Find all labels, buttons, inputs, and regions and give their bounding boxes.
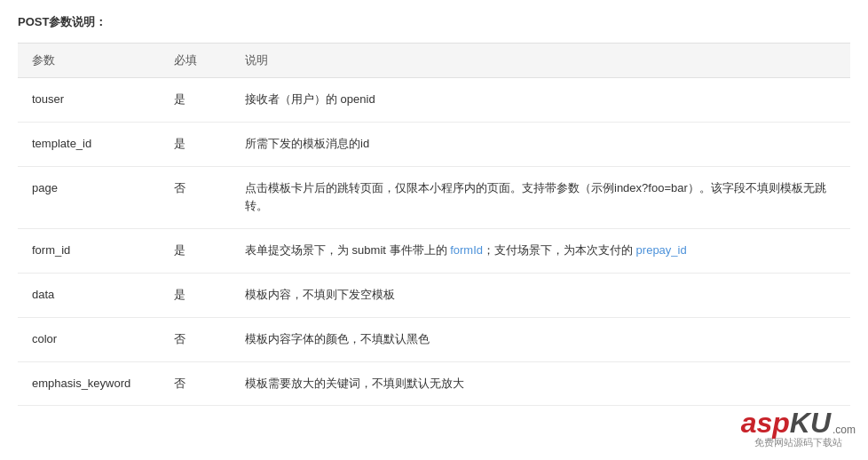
required-cell: 是 (160, 229, 231, 274)
description-cell: 模板内容，不填则下发空模板 (231, 273, 850, 317)
param-cell: data (18, 273, 160, 317)
description-cell: 模板需要放大的关键词，不填则默认无放大 (231, 361, 850, 406)
watermark-sub: 免费网站源码下载站 (741, 436, 856, 449)
watermark: asp KU .com 免费网站源码下载站 (741, 407, 856, 449)
description-cell: 表单提交场景下，为 submit 事件带上的 formId；支付场景下，为本次支… (231, 229, 850, 274)
desc-text: 模板内容，不填则下发空模板 (245, 288, 395, 301)
table-row: page否点击模板卡片后的跳转页面，仅限本小程序内的页面。支持带参数（示例ind… (18, 166, 850, 229)
desc-text: 模板需要放大的关键词，不填则默认无放大 (245, 377, 464, 390)
desc-text: 表单提交场景下，为 submit 事件带上的 (245, 243, 450, 257)
desc-text: 点击模板卡片后的跳转页面，仅限本小程序内的页面。支持带参数（示例index?fo… (245, 181, 826, 213)
required-cell: 否 (160, 317, 231, 361)
desc-text: 所需下发的模板消息的id (245, 137, 369, 150)
param-cell: color (18, 317, 160, 361)
link-text[interactable]: prepay_id (636, 243, 687, 257)
param-cell: touser (18, 78, 160, 123)
page-title: POST参数说明： (18, 14, 850, 30)
required-cell: 是 (160, 78, 231, 123)
description-cell: 接收者（用户）的 openid (231, 78, 850, 123)
required-cell: 否 (160, 361, 231, 406)
table-header-row: 参数 必填 说明 (18, 44, 850, 78)
link-text[interactable]: formId (450, 243, 483, 257)
desc-text: 模板内容字体的颜色，不填默认黑色 (245, 332, 430, 345)
col-header-description: 说明 (231, 44, 850, 78)
table-row: form_id是表单提交场景下，为 submit 事件带上的 formId；支付… (18, 229, 850, 274)
desc-text: 接收者（用户）的 openid (245, 92, 375, 106)
watermark-com: .com (832, 424, 856, 436)
param-cell: form_id (18, 229, 160, 274)
desc-text: ；支付场景下，为本次支付的 (483, 243, 636, 257)
param-cell: template_id (18, 122, 160, 166)
description-cell: 点击模板卡片后的跳转页面，仅限本小程序内的页面。支持带参数（示例index?fo… (231, 166, 850, 229)
required-cell: 是 (160, 273, 231, 317)
table-row: emphasis_keyword否模板需要放大的关键词，不填则默认无放大 (18, 361, 850, 406)
watermark-asp: asp (741, 407, 790, 440)
param-cell: emphasis_keyword (18, 361, 160, 406)
table-row: color否模板内容字体的颜色，不填默认黑色 (18, 317, 850, 361)
table-row: template_id是所需下发的模板消息的id (18, 122, 850, 166)
watermark-ku: KU (790, 407, 831, 440)
description-cell: 所需下发的模板消息的id (231, 122, 850, 166)
col-header-required: 必填 (160, 44, 231, 78)
table-row: touser是接收者（用户）的 openid (18, 78, 850, 123)
required-cell: 是 (160, 122, 231, 166)
param-cell: page (18, 166, 160, 229)
required-cell: 否 (160, 166, 231, 229)
params-table: 参数 必填 说明 touser是接收者（用户）的 openidtemplate_… (18, 43, 850, 406)
col-header-param: 参数 (18, 44, 160, 78)
description-cell: 模板内容字体的颜色，不填默认黑色 (231, 317, 850, 361)
table-row: data是模板内容，不填则下发空模板 (18, 273, 850, 317)
